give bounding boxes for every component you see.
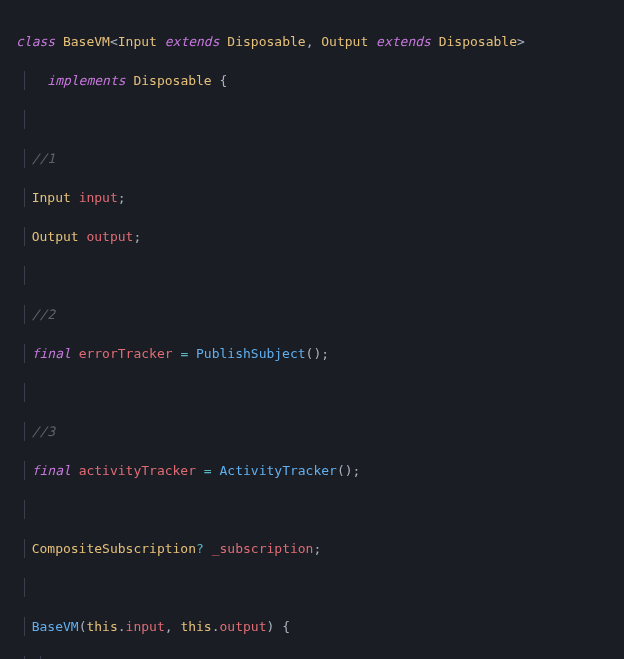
code-line — [0, 578, 624, 598]
code-line: final errorTracker = PublishSubject(); — [0, 344, 624, 364]
code-line: final activityTracker = ActivityTracker(… — [0, 461, 624, 481]
code-line: //2 — [0, 305, 624, 325]
code-line: implements Disposable { — [0, 71, 624, 91]
code-block: class BaseVM<Input extends Disposable, O… — [0, 12, 624, 659]
code-line: CompositeSubscription? _subscription; — [0, 539, 624, 559]
code-line — [0, 266, 624, 286]
comment: //3 — [32, 424, 55, 439]
comment: //2 — [32, 307, 55, 322]
code-line: class BaseVM<Input extends Disposable, O… — [0, 32, 624, 52]
code-line: //3 — [0, 422, 624, 442]
code-line: BaseVM(this.input, this.output) { — [0, 617, 624, 637]
code-line: Input input; — [0, 188, 624, 208]
code-line: Output output; — [0, 227, 624, 247]
comment: //1 — [32, 151, 55, 166]
type-basevm: BaseVM — [63, 34, 110, 49]
code-line — [0, 110, 624, 130]
code-line — [0, 383, 624, 403]
code-line — [0, 500, 624, 520]
code-line: //1 — [0, 149, 624, 169]
keyword-class: class — [16, 34, 55, 49]
code-line: _subscription = transform(); — [0, 656, 624, 660]
